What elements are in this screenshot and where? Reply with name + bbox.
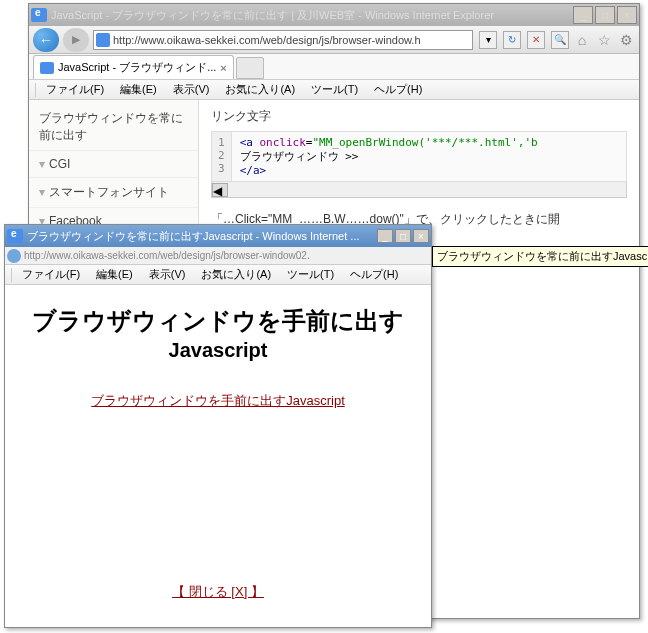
maximize-button[interactable]: □ — [595, 6, 615, 24]
refresh-button[interactable]: ↻ — [503, 31, 521, 49]
address-bar[interactable]: http://www.oikawa-sekkei.com/web/design/… — [93, 30, 473, 50]
forward-button[interactable]: ▶ — [63, 28, 89, 52]
sidebar-item-0[interactable]: ブラウザウィンドウを常に前に出す — [29, 104, 198, 151]
popup-menu-tools[interactable]: ツール(T) — [279, 265, 342, 284]
home-icon[interactable]: ⌂ — [573, 31, 591, 49]
tab-bar: JavaScript - ブラウザウィンド... × — [29, 54, 639, 80]
popup-menu-edit[interactable]: 編集(E) — [88, 265, 141, 284]
popup-address-bar[interactable]: http://www.oikawa-sekkei.com/web/design/… — [5, 247, 431, 265]
url-text: http://www.oikawa-sekkei.com/web/design/… — [113, 34, 470, 46]
code-content: <a onclick="MM_openBrWindow('***/***.htm… — [232, 132, 626, 181]
ie-icon — [7, 229, 23, 243]
menu-file[interactable]: ファイル(F) — [38, 80, 112, 99]
tooltip: ブラウザウィンドウを常に前に出すJavascript - Windows I — [432, 246, 648, 267]
popup-close-link[interactable]: 【 閉じる [X] 】 — [172, 584, 264, 599]
menu-view[interactable]: 表示(V) — [165, 80, 218, 99]
url-dropdown-button[interactable]: ▾ — [479, 31, 497, 49]
popup-close-button[interactable]: × — [413, 229, 429, 243]
tools-icon[interactable]: ⚙ — [617, 31, 635, 49]
new-tab-button[interactable] — [236, 57, 264, 79]
popup-titlebar[interactable]: ブラウザウィンドウを常に前に出すJavascript - Windows Int… — [5, 225, 431, 247]
popup-minimize-button[interactable]: _ — [377, 229, 393, 243]
scroll-left-button[interactable]: ◀ — [212, 183, 228, 197]
main-titlebar[interactable]: JavaScript - ブラウザウィンドウを常に前に出す | 及川WEB室 -… — [29, 4, 639, 26]
line-numbers: 123 — [212, 132, 232, 181]
popup-link[interactable]: ブラウザウィンドウを手前に出すJavascript — [91, 393, 345, 408]
back-button[interactable]: ← — [33, 28, 59, 52]
tab-active[interactable]: JavaScript - ブラウザウィンド... × — [33, 55, 234, 79]
popup-maximize-button[interactable]: □ — [395, 229, 411, 243]
popup-menu-view[interactable]: 表示(V) — [141, 265, 194, 284]
close-button[interactable]: × — [617, 6, 637, 24]
menu-tools[interactable]: ツール(T) — [303, 80, 366, 99]
popup-heading-2: Javascript — [15, 339, 421, 362]
menu-help[interactable]: ヘルプ(H) — [366, 80, 430, 99]
horizontal-scrollbar[interactable]: ◀ — [211, 182, 627, 198]
search-button[interactable]: 🔍 — [551, 31, 569, 49]
popup-content: ブラウザウィンドウを手前に出す Javascript ブラウザウィンドウを手前に… — [5, 285, 431, 611]
minimize-button[interactable]: _ — [573, 6, 593, 24]
ie-icon — [31, 8, 47, 22]
menu-bar: ファイル(F) 編集(E) 表示(V) お気に入り(A) ツール(T) ヘルプ(… — [29, 80, 639, 100]
stop-button[interactable]: ✕ — [527, 31, 545, 49]
favorites-icon[interactable]: ☆ — [595, 31, 613, 49]
tab-label: JavaScript - ブラウザウィンド... — [58, 60, 216, 75]
popup-menu-help[interactable]: ヘルプ(H) — [342, 265, 406, 284]
popup-menu-file[interactable]: ファイル(F) — [14, 265, 88, 284]
popup-window-title: ブラウザウィンドウを常に前に出すJavascript - Windows Int… — [27, 229, 377, 244]
popup-browser-window: ブラウザウィンドウを常に前に出すJavascript - Windows Int… — [4, 224, 432, 628]
window-title: JavaScript - ブラウザウィンドウを常に前に出す | 及川WEB室 -… — [51, 8, 573, 23]
nav-toolbar: ← ▶ http://www.oikawa-sekkei.com/web/des… — [29, 26, 639, 54]
tab-icon — [40, 62, 54, 74]
chevron-icon: ▾ — [39, 185, 45, 199]
page-icon — [96, 33, 110, 47]
popup-close-link-container: 【 閉じる [X] 】 — [5, 583, 431, 601]
menu-edit[interactable]: 編集(E) — [112, 80, 165, 99]
sidebar-item-1[interactable]: ▾CGI — [29, 151, 198, 178]
globe-icon — [7, 249, 21, 263]
popup-url: http://www.oikawa-sekkei.com/web/design/… — [24, 250, 310, 261]
popup-heading-1: ブラウザウィンドウを手前に出す — [15, 305, 421, 337]
section-label: リンク文字 — [211, 108, 627, 125]
popup-menu-bar: ファイル(F) 編集(E) 表示(V) お気に入り(A) ツール(T) ヘルプ(… — [5, 265, 431, 285]
sidebar-item-2[interactable]: ▾スマートフォンサイト — [29, 178, 198, 208]
tab-close-icon[interactable]: × — [220, 62, 226, 74]
code-block: 123 <a onclick="MM_openBrWindow('***/***… — [211, 131, 627, 182]
chevron-icon: ▾ — [39, 157, 45, 171]
popup-menu-favorites[interactable]: お気に入り(A) — [193, 265, 279, 284]
menu-favorites[interactable]: お気に入り(A) — [217, 80, 303, 99]
